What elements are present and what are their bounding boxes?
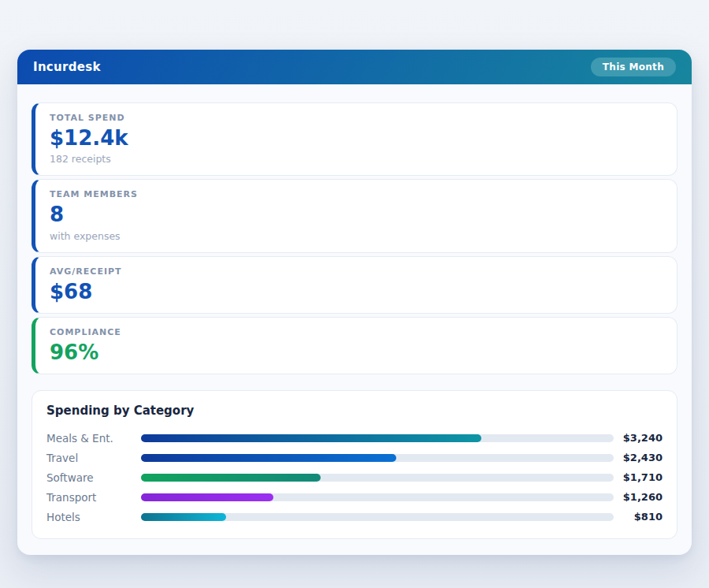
app-title: Incurdesk [33, 60, 101, 74]
stat-value: 96% [50, 342, 663, 363]
spending-rows: Meals & Ent. $3,240 Travel $2,430 Softwa… [46, 428, 663, 527]
stat-label: TOTAL SPEND [50, 113, 663, 123]
category-row: Software $1,710 [46, 467, 663, 487]
bar-fill [141, 434, 481, 442]
bar-track [141, 493, 614, 501]
stat-card: TEAM MEMBERS 8 with expenses [32, 179, 677, 252]
stat-card: COMPLIANCE 96% [32, 317, 677, 374]
category-label: Hotels [46, 511, 141, 523]
category-value: $3,240 [614, 432, 663, 444]
stat-value: 8 [50, 204, 663, 225]
category-label: Meals & Ent. [46, 432, 141, 445]
category-value: $1,260 [614, 491, 663, 503]
stat-value: $12.4k [50, 128, 663, 149]
app-body: TOTAL SPEND $12.4k 182 receipts TEAM MEM… [17, 84, 692, 555]
category-label: Software [46, 471, 141, 484]
bar-fill [141, 513, 226, 521]
period-badge[interactable]: This Month [591, 58, 676, 76]
bar-track [141, 454, 614, 462]
category-value: $2,430 [614, 452, 663, 463]
stat-label: COMPLIANCE [50, 327, 663, 337]
stat-label: TEAM MEMBERS [50, 189, 663, 199]
category-row: Transport $1,260 [46, 487, 663, 507]
category-label: Travel [46, 452, 141, 464]
category-row: Travel $2,430 [46, 448, 663, 467]
category-label: Transport [46, 491, 141, 504]
spending-title: Spending by Category [46, 404, 663, 418]
bar-fill [141, 493, 273, 501]
stat-value: $68 [50, 281, 663, 303]
bar-fill [141, 474, 321, 482]
dashboard-card: Incurdesk This Month TOTAL SPEND $12.4k … [17, 50, 692, 555]
stat-card: TOTAL SPEND $12.4k 182 receipts [32, 102, 677, 176]
stat-card: AVG/RECEIPT $68 [32, 256, 677, 314]
stat-sub: with expenses [50, 230, 663, 242]
bar-track [141, 434, 614, 442]
bar-fill [141, 454, 396, 462]
category-value: $1,710 [614, 471, 663, 483]
stat-label: AVG/RECEIPT [50, 266, 663, 277]
bar-track [141, 474, 614, 482]
stat-sub: 182 receipts [50, 153, 663, 165]
category-value: $810 [614, 511, 663, 523]
stats-list: TOTAL SPEND $12.4k 182 receipts TEAM MEM… [32, 102, 677, 374]
bar-track [141, 513, 614, 521]
spending-panel: Spending by Category Meals & Ent. $3,240… [32, 390, 677, 539]
category-row: Meals & Ent. $3,240 [46, 428, 663, 448]
app-header: Incurdesk This Month [17, 50, 692, 84]
category-row: Hotels $810 [46, 507, 663, 527]
